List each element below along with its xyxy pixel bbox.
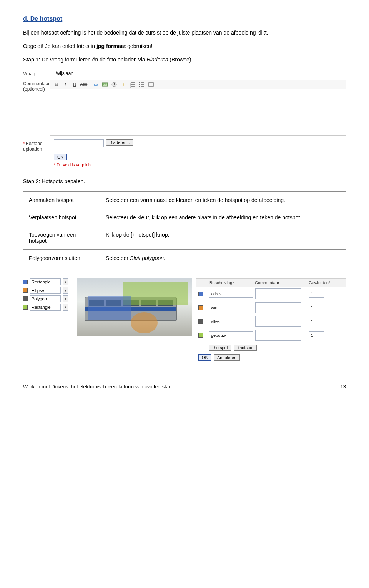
chevron-down-icon[interactable]: ▾ [63, 278, 68, 285]
svg-rect-4 [131, 82, 135, 83]
chevron-down-icon[interactable]: ▾ [63, 287, 68, 294]
chevron-down-icon[interactable]: ▾ [63, 304, 68, 311]
svg-rect-8 [131, 86, 135, 87]
row-color [198, 292, 203, 296]
desc-input[interactable] [209, 290, 253, 298]
svg-point-9 [139, 82, 140, 83]
intro-paragraph-1: Bij een hotspot oefening is het de bedoe… [23, 29, 346, 36]
upload-input[interactable] [54, 139, 104, 147]
strike-icon[interactable]: ABC [80, 81, 87, 88]
svg-point-13 [139, 86, 140, 87]
ok-button[interactable]: OK [54, 154, 67, 160]
weight-input[interactable] [309, 304, 324, 311]
intro-2c: gebruiken! [126, 43, 152, 49]
step1-b: Bladeren [146, 56, 168, 63]
svg-rect-12 [141, 84, 144, 85]
svg-rect-10 [141, 82, 144, 83]
intro-paragraph-2: Opgelet! Je kan enkel foto's in jpg form… [23, 43, 346, 50]
comment-input[interactable] [255, 302, 301, 313]
vraag-label: Vraag [23, 70, 54, 76]
cell-create-desc: Selecteer een vorm naast de kleuren en t… [100, 191, 346, 209]
ok-button-2[interactable]: OK [198, 354, 211, 361]
cancel-button[interactable]: Annuleren [214, 354, 240, 361]
editor-toolbar: B I U ABC ♪ 123 [50, 80, 346, 89]
ol-icon[interactable]: 123 [129, 81, 136, 88]
editor-area[interactable] [50, 89, 346, 136]
comment-input[interactable] [255, 316, 301, 327]
note-icon[interactable]: ♪ [120, 81, 127, 88]
shape-color-blue[interactable] [23, 280, 28, 284]
required-note: * Dit veld is verplicht [54, 162, 346, 167]
weight-input[interactable] [309, 290, 324, 298]
bold-icon[interactable]: B [53, 81, 60, 88]
col-weight: Gewichten* [309, 280, 343, 285]
step1-a: Stap 1: De vraag formuleren én de foto o… [23, 56, 146, 63]
clock-icon[interactable] [111, 81, 118, 88]
desc-input[interactable] [209, 318, 253, 325]
intro-2b: jpg formaat [96, 43, 126, 49]
italic-icon[interactable]: I [62, 81, 69, 88]
hotspot-data-table: Beschrijving* Commentaar Gewichten* [196, 278, 346, 361]
row-color [198, 305, 203, 310]
desc-input[interactable] [209, 331, 253, 339]
desc-input[interactable] [209, 304, 253, 311]
svg-rect-15 [149, 83, 153, 86]
weight-input[interactable] [309, 318, 324, 325]
hotspot-canvas[interactable] [77, 278, 192, 336]
link-icon[interactable] [92, 81, 99, 88]
shape-select-blue[interactable] [30, 278, 61, 285]
step2-paragraph: Stap 2: Hotspots bepalen. [23, 178, 346, 185]
section-title: d. De hotspot [23, 15, 346, 22]
col-comment: Commentaar [255, 280, 309, 285]
step1-c: (Browse). [168, 56, 193, 63]
comment-input[interactable] [255, 330, 301, 341]
hotspot-editor: ▾ ▾ ▾ ▾ [23, 278, 346, 361]
form-question-upload: Vraag Commentaar (optioneel) B I U ABC [23, 70, 346, 167]
hotspot-overlay-blue[interactable] [88, 296, 131, 320]
cell-close-desc: Selecteer Sluit polygoon. [100, 249, 346, 267]
underline-icon[interactable]: U [71, 81, 78, 88]
row-color [198, 333, 203, 338]
vraag-input[interactable] [54, 70, 196, 77]
hotspot-overlay-orange[interactable] [131, 312, 158, 333]
weight-input[interactable] [309, 331, 324, 339]
shape-color-green[interactable] [23, 305, 28, 310]
comment-input[interactable] [255, 288, 301, 299]
minus-hotspot-button[interactable]: -hotspot [209, 345, 231, 351]
page-number: 13 [341, 384, 346, 389]
hotspot-actions-table: Aanmaken hotspot Selecteer een vorm naas… [23, 191, 346, 267]
shape-color-orange[interactable] [23, 288, 28, 293]
image-icon[interactable] [101, 81, 108, 88]
col-desc: Beschrijving* [209, 280, 255, 285]
separator-icon [90, 81, 90, 88]
shape-select-grey[interactable] [30, 295, 61, 302]
svg-rect-14 [141, 86, 144, 87]
svg-text:3: 3 [130, 86, 131, 88]
step1-paragraph: Stap 1: De vraag formuleren én de foto o… [23, 56, 346, 63]
ul-icon[interactable] [138, 81, 145, 88]
cell-create-label: Aanmaken hotspot [23, 191, 100, 209]
browse-button[interactable]: Bladeren... [106, 139, 133, 146]
svg-rect-6 [131, 84, 135, 85]
plus-hotspot-button[interactable]: +hotspot [234, 345, 257, 351]
chevron-down-icon[interactable]: ▾ [63, 295, 68, 302]
shape-panel: ▾ ▾ ▾ ▾ [23, 278, 73, 361]
shape-select-green[interactable] [30, 304, 61, 311]
row-color [198, 319, 203, 324]
cell-close-label: Polygoonvorm sluiten [23, 249, 100, 267]
commentaar-label: Commentaar (optioneel) [23, 80, 50, 92]
hotspot-overlay-green[interactable] [123, 282, 188, 305]
upload-label: *Bestand uploaden [23, 139, 54, 152]
shape-color-grey[interactable] [23, 296, 28, 301]
footer-text: Werken met Dokeos, het elektronisch leer… [23, 384, 171, 389]
cell-add-label: Toevoegen van een hotspot [23, 226, 100, 249]
intro-2a: Opgelet! Je kan enkel foto's in [23, 43, 96, 49]
shape-select-orange[interactable] [30, 287, 61, 294]
cell-move-label: Verplaatsen hotspot [23, 209, 100, 226]
cell-move-desc: Selecteer de kleur, klik op een andere p… [100, 209, 346, 226]
svg-point-11 [139, 84, 140, 85]
cell-add-desc: Klik op de [+hotspot] knop. [100, 226, 346, 249]
rect-icon[interactable] [148, 81, 155, 88]
